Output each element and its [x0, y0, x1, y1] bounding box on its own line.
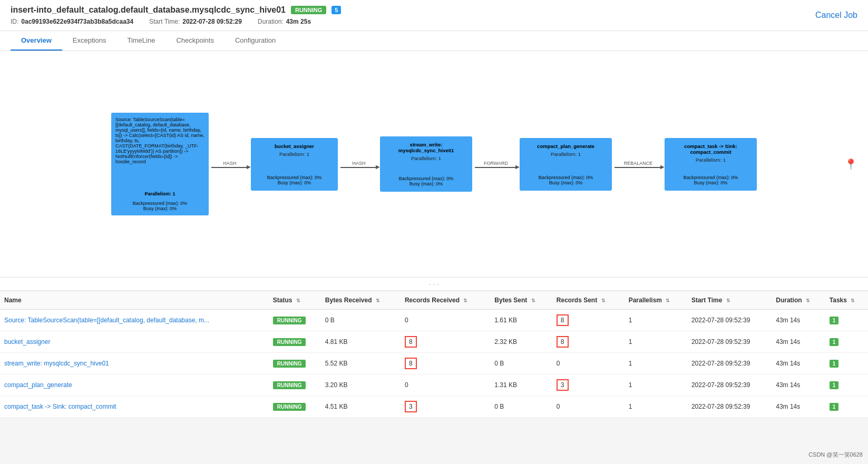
cell-name[interactable]: bucket_assigner	[0, 331, 269, 353]
col-parallelism[interactable]: Parallelism ⇅	[625, 291, 687, 310]
cell-status: RUNNING	[269, 353, 321, 374]
cell-tasks: 1	[825, 353, 868, 374]
cell-parallelism: 1	[625, 396, 687, 418]
node5-stats: Backpressured (max): 0%Busy (max): 0%	[670, 173, 752, 185]
node5-parallelism: Parallelism: 1	[670, 157, 752, 163]
cell-start-time: 2022-07-28 09:52:39	[687, 396, 772, 418]
cell-records-sent: 8	[552, 310, 625, 331]
cell-bytes-received: 5.52 KB	[321, 353, 401, 374]
tab-timeline[interactable]: TimeLine	[116, 31, 165, 51]
cell-bytes-sent: 0 B	[490, 396, 552, 418]
duration-label: Duration:	[258, 18, 284, 25]
node2-title: bucket_assigner	[256, 143, 333, 149]
tab-overview[interactable]: Overview	[11, 31, 62, 51]
cell-duration: 43m 14s	[772, 374, 825, 396]
dag-node-4[interactable]: compact_plan_generate Parallelism: 1 Bac…	[520, 138, 612, 191]
dag-node-3[interactable]: stream_write: mysqlcdc_sync_hive01 Paral…	[380, 136, 472, 192]
col-records-sent[interactable]: Records Sent ⇅	[552, 291, 625, 310]
node1-description: Source: TableSourceScan(table=[[default_…	[115, 117, 204, 189]
cell-tasks: 1	[825, 374, 868, 396]
cell-records-received: 0	[401, 374, 490, 396]
cancel-job-button[interactable]: Cancel Job	[815, 11, 857, 20]
cell-records-sent: 3	[552, 374, 625, 396]
col-bytes-sent[interactable]: Bytes Sent ⇅	[490, 291, 552, 310]
cell-status: RUNNING	[269, 310, 321, 331]
cell-records-received: 8	[401, 353, 490, 374]
node3-title: stream_write: mysqlcdc_sync_hive01	[385, 142, 467, 153]
cell-parallelism: 1	[625, 374, 687, 396]
table-row: Source: TableSourceScan(table=[[default_…	[0, 310, 868, 331]
job-title-row: insert-into_default_catalog.default_data…	[11, 5, 857, 15]
col-status[interactable]: Status ⇅	[269, 291, 321, 310]
tab-bar: Overview Exceptions TimeLine Checkpoints…	[0, 31, 868, 51]
cell-bytes-received: 4.81 KB	[321, 331, 401, 353]
tab-checkpoints[interactable]: Checkpoints	[165, 31, 225, 51]
arrow-3: FORWARD ▶	[472, 161, 520, 168]
cell-start-time: 2022-07-28 09:52:39	[687, 331, 772, 353]
collapse-handle[interactable]: · · ·	[0, 278, 868, 291]
node5-title: compact_task -> Sink: compact_commit	[670, 143, 752, 155]
col-name: Name	[0, 291, 269, 310]
col-records-received[interactable]: Records Received ⇅	[401, 291, 490, 310]
node4-stats: Backpressured (max): 0%Busy (max): 0%	[525, 173, 607, 185]
node4-title: compact_plan_generate	[525, 143, 607, 149]
arrow-4: REBALANCE ▶	[612, 161, 665, 168]
tasks-table: Name Status ⇅ Bytes Received ⇅ Records R…	[0, 291, 868, 418]
cell-tasks: 1	[825, 396, 868, 418]
col-start-time[interactable]: Start Time ⇅	[687, 291, 772, 310]
cell-duration: 43m 14s	[772, 353, 825, 374]
col-tasks[interactable]: Tasks ⇅	[825, 291, 868, 310]
cell-bytes-received: 3.20 KB	[321, 374, 401, 396]
cell-records-received: 0	[401, 310, 490, 331]
job-meta: ID: 0ac99193e622e934f73ab3b8a5dcaa34 Sta…	[11, 18, 857, 25]
start-time-value: 2022-07-28 09:52:29	[182, 18, 242, 25]
cell-name[interactable]: compact_task -> Sink: compact_commit	[0, 396, 269, 418]
table-row: bucket_assigner RUNNING 4.81 KB 8 2.32 K…	[0, 331, 868, 353]
id-value: 0ac99193e622e934f73ab3b8a5dcaa34	[21, 18, 133, 25]
cell-tasks: 1	[825, 331, 868, 353]
dag-diagram: Source: TableSourceScan(table=[[default_…	[0, 51, 868, 278]
node3-parallelism: Parallelism: 1	[385, 155, 467, 161]
pin-icon[interactable]: 📍	[844, 158, 857, 171]
table-row: compact_task -> Sink: compact_commit RUN…	[0, 396, 868, 418]
cell-bytes-received: 4.51 KB	[321, 396, 401, 418]
cell-name[interactable]: stream_write: mysqlcdc_sync_hive01	[0, 353, 269, 374]
cell-bytes-sent: 1.31 KB	[490, 374, 552, 396]
cell-status: RUNNING	[269, 331, 321, 353]
cell-name[interactable]: Source: TableSourceScan(table=[[default_…	[0, 310, 269, 331]
node2-parallelism: Parallelism: 1	[256, 151, 333, 157]
dag-node-5[interactable]: compact_task -> Sink: compact_commit Par…	[665, 138, 757, 191]
cell-bytes-sent: 2.32 KB	[490, 331, 552, 353]
col-duration[interactable]: Duration ⇅	[772, 291, 825, 310]
cell-records-sent: 8	[552, 331, 625, 353]
task-count-badge: 5	[331, 6, 341, 14]
cell-parallelism: 1	[625, 310, 687, 331]
node1-title: Parallelism: 1	[115, 191, 204, 196]
dag-node-2[interactable]: bucket_assigner Parallelism: 1 Backpress…	[251, 138, 338, 191]
cell-records-received: 3	[401, 396, 490, 418]
cell-records-sent: 0	[552, 353, 625, 374]
cell-parallelism: 1	[625, 353, 687, 374]
node4-parallelism: Parallelism: 1	[525, 151, 607, 157]
job-title: insert-into_default_catalog.default_data…	[11, 5, 286, 15]
cell-name[interactable]: compact_plan_generate	[0, 374, 269, 396]
table-row: compact_plan_generate RUNNING 3.20 KB 0 …	[0, 374, 868, 396]
cell-duration: 43m 14s	[772, 331, 825, 353]
cell-records-sent: 0	[552, 396, 625, 418]
cell-parallelism: 1	[625, 331, 687, 353]
node1-stats: Backpressured (max): 0%Busy (max): 0%	[115, 199, 204, 211]
cell-start-time: 2022-07-28 09:52:39	[687, 310, 772, 331]
cell-start-time: 2022-07-28 09:52:39	[687, 353, 772, 374]
cell-records-received: 8	[401, 331, 490, 353]
col-bytes-received[interactable]: Bytes Received ⇅	[321, 291, 401, 310]
cell-duration: 43m 14s	[772, 310, 825, 331]
cell-bytes-sent: 0 B	[490, 353, 552, 374]
node3-stats: Backpressured (max): 0%Busy (max): 0%	[385, 174, 467, 186]
table-header-row: Name Status ⇅ Bytes Received ⇅ Records R…	[0, 291, 868, 310]
table-row: stream_write: mysqlcdc_sync_hive01 RUNNI…	[0, 353, 868, 374]
dag-node-1[interactable]: Source: TableSourceScan(table=[[default_…	[111, 113, 209, 215]
cell-bytes-received: 0 B	[321, 310, 401, 331]
cell-bytes-sent: 1.61 KB	[490, 310, 552, 331]
tab-configuration[interactable]: Configuration	[225, 31, 286, 51]
tab-exceptions[interactable]: Exceptions	[62, 31, 117, 51]
